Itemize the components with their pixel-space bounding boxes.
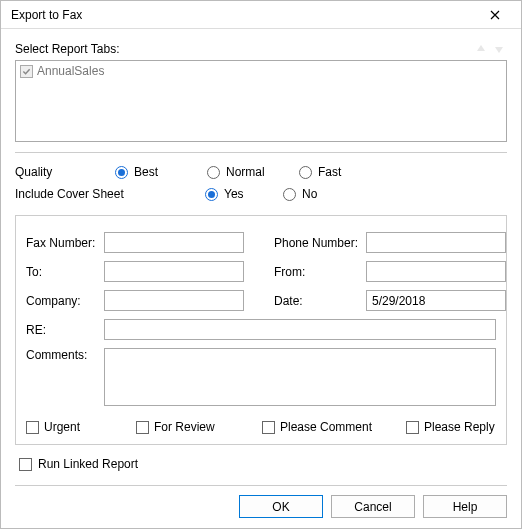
fax-number-label: Fax Number: [26, 236, 104, 250]
quality-normal-option[interactable]: Normal [207, 165, 299, 179]
checkbox-label: Please Comment [280, 420, 372, 434]
for-review-checkbox[interactable]: For Review [136, 420, 262, 434]
run-linked-checkbox[interactable]: Run Linked Report [19, 457, 507, 471]
phone-number-label: Phone Number: [274, 236, 366, 250]
re-input[interactable] [104, 319, 496, 340]
date-input[interactable] [366, 290, 506, 311]
cover-sheet-label: Include Cover Sheet [15, 187, 205, 201]
to-input[interactable] [104, 261, 244, 282]
cover-sheet-row: Include Cover Sheet Yes No [15, 183, 507, 205]
radio-icon [299, 166, 312, 179]
radio-label: Fast [318, 165, 341, 179]
to-label: To: [26, 265, 104, 279]
ok-button[interactable]: OK [239, 495, 323, 518]
arrow-down-icon [493, 43, 505, 55]
comments-input[interactable] [104, 348, 496, 406]
cover-yes-option[interactable]: Yes [205, 187, 283, 201]
help-button[interactable]: Help [423, 495, 507, 518]
list-item-label: AnnualSales [37, 64, 104, 78]
company-label: Company: [26, 294, 104, 308]
list-item[interactable]: AnnualSales [18, 63, 504, 79]
close-icon [490, 10, 500, 20]
cover-no-option[interactable]: No [283, 187, 375, 201]
arrow-up-icon [475, 43, 487, 55]
checkbox-icon [262, 421, 275, 434]
button-bar: OK Cancel Help [15, 485, 507, 518]
radio-label: Best [134, 165, 158, 179]
checkbox-icon [20, 65, 33, 78]
from-input[interactable] [366, 261, 506, 282]
window-title: Export to Fax [11, 8, 82, 22]
quality-fast-option[interactable]: Fast [299, 165, 391, 179]
titlebar: Export to Fax [1, 1, 521, 29]
checkbox-label: Please Reply [424, 420, 495, 434]
radio-label: No [302, 187, 317, 201]
company-input[interactable] [104, 290, 244, 311]
fax-number-input[interactable] [104, 232, 244, 253]
checkbox-icon [136, 421, 149, 434]
report-tabs-label: Select Report Tabs: [15, 42, 120, 56]
quality-best-option[interactable]: Best [115, 165, 207, 179]
quality-label: Quality [15, 165, 115, 179]
quality-row: Quality Best Normal Fast [15, 161, 507, 183]
move-up-button [473, 41, 489, 57]
divider [15, 152, 507, 153]
radio-icon [283, 188, 296, 201]
radio-icon [207, 166, 220, 179]
close-button[interactable] [475, 4, 515, 26]
cover-sheet-group: Fax Number: Phone Number: To: From: Comp… [15, 215, 507, 445]
phone-number-input[interactable] [366, 232, 506, 253]
radio-label: Normal [226, 165, 265, 179]
checkbox-icon [19, 458, 32, 471]
from-label: From: [274, 265, 366, 279]
reorder-arrows [473, 41, 507, 57]
radio-icon [205, 188, 218, 201]
urgent-checkbox[interactable]: Urgent [26, 420, 136, 434]
comments-label: Comments: [26, 348, 104, 362]
checkbox-icon [406, 421, 419, 434]
move-down-button [491, 41, 507, 57]
checkbox-icon [26, 421, 39, 434]
checkbox-label: For Review [154, 420, 215, 434]
radio-label: Yes [224, 187, 244, 201]
checkbox-label: Run Linked Report [38, 457, 138, 471]
date-label: Date: [274, 294, 366, 308]
checkbox-label: Urgent [44, 420, 80, 434]
cancel-button[interactable]: Cancel [331, 495, 415, 518]
report-tabs-listbox[interactable]: AnnualSales [15, 60, 507, 142]
please-comment-checkbox[interactable]: Please Comment [262, 420, 406, 434]
radio-icon [115, 166, 128, 179]
re-label: RE: [26, 323, 104, 337]
please-reply-checkbox[interactable]: Please Reply [406, 420, 496, 434]
